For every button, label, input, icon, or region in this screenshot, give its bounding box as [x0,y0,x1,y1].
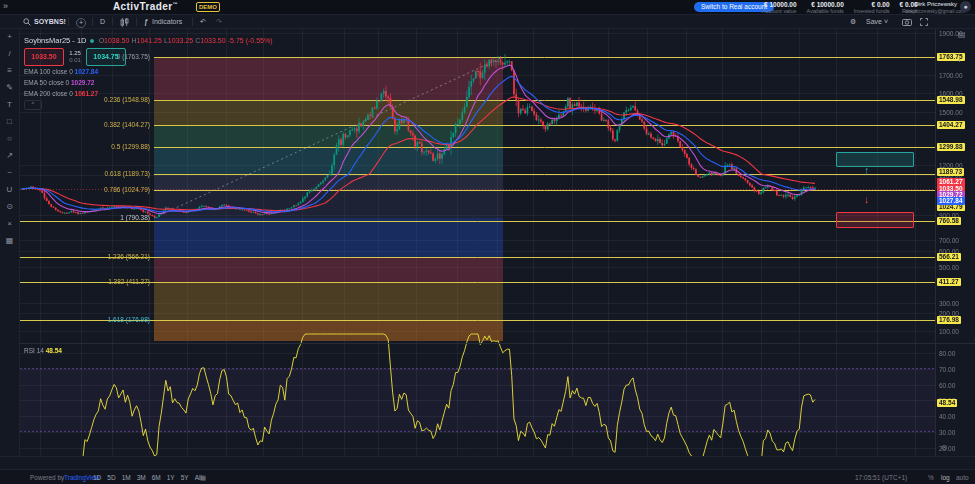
circle-tool-icon[interactable]: ○ [0,130,19,147]
rsi-settings-icon[interactable]: ⊙ [941,443,948,452]
indicator-row[interactable]: EMA 50 close 0 1029.72 [24,77,272,88]
drawing-toolbar: +/≡✎T□○↗~U⊙×▦ [0,28,20,456]
sell-button[interactable]: 1033.50 [24,48,64,66]
short-entry-box[interactable] [836,212,914,228]
market-open-dot [90,39,94,43]
settings-gear-icon[interactable]: ⚙ [850,16,856,27]
shapes-tool-icon[interactable]: □ [0,113,19,130]
time-axis[interactable]: MaySep2019MaySep2020MaySep2021MaySep2022… [0,456,975,470]
range-button-5d[interactable]: 5D [107,473,115,483]
indicators-fx-icon: ƒ [144,16,148,27]
magnet-tool-icon[interactable]: U [0,181,19,198]
range-button-1m[interactable]: 1M [122,473,131,483]
measure-tool-icon[interactable]: ⊙ [0,198,19,215]
avatar[interactable]: ● [960,1,971,12]
legend-collapse-button[interactable]: ^ [24,100,42,110]
buy-button[interactable]: 1034.75 [86,48,126,66]
symbol-search-field[interactable]: SOYBNS! [34,16,66,27]
indicator-value: 1029.72 [71,79,95,86]
price-tick: 1500.00 [939,109,963,116]
auto-scale-button[interactable]: auto [956,473,969,483]
text-tool-icon[interactable]: T [0,96,19,113]
stat-value: € 10000.00 [762,1,797,8]
fib-label: 0.5 (1299.88) [40,143,150,150]
save-button[interactable]: Save ˅ [866,16,888,27]
rsi-tick: 60.00 [939,382,955,389]
rsi-period: 14 [37,347,44,354]
price-line-tag: 176.98 [937,316,961,324]
price-line-tag: 1404.27 [937,121,965,129]
clock-label[interactable]: 17:05:51 (UTC+1) [855,473,907,483]
down-arrow-marker[interactable]: ↓ [864,194,870,205]
range-button-5y[interactable]: 5Y [181,473,189,483]
compare-add-icon[interactable]: + [76,18,86,28]
rsi-legend[interactable]: RSI 14 48.54 [24,347,62,354]
rsi-value: 48.54 [46,347,62,354]
timeframe-button[interactable]: D [100,16,105,27]
range-button-6m[interactable]: 6M [152,473,161,483]
account-stat: € 10000.00Account value [762,1,797,14]
trendline-tool-icon[interactable]: / [0,45,19,62]
arrow-tool-icon[interactable]: ↗ [0,147,19,164]
ohlc-change: -5.75 (-0.55%) [228,37,273,44]
indicator-row[interactable]: EMA 200 close 0 1061.27 [24,88,272,99]
price-tick: 1700.00 [939,72,963,79]
fullscreen-icon[interactable] [920,18,928,26]
stat-value: € 10000.00 [807,1,844,8]
indicator-legend: EMA 100 close 0 1027.84EMA 50 close 0 10… [24,66,272,99]
user-info[interactable]: Dirk Priczewsky dirkpriczewsky@gmail.com [905,1,957,14]
symbol-title-row[interactable]: SoybnsMar25 - 1D O1038.50 H1041.25 L1033… [24,36,272,45]
delete-tool-icon[interactable]: × [0,215,19,232]
bottom-toolbar: Powered by TradingView 1D5D1M3M6M1Y5YAll… [0,469,975,484]
chart-toolbar: SOYBNS! + D ƒ Indicators ↶ ↷ ⚙ Save ˅ [0,15,975,29]
indicators-button[interactable]: Indicators [152,16,182,27]
app-logo: ActivTrader™ [113,1,178,12]
chart-legend: SoybnsMar25 - 1D O1038.50 H1041.25 L1033… [24,36,272,110]
fib-tool-icon[interactable]: ≡ [0,62,19,79]
indicator-row[interactable]: EMA 100 close 0 1027.84 [24,66,272,77]
calendar-tool-icon[interactable]: ▦ [0,232,19,249]
symbol-title: SoybnsMar25 - 1D [24,36,87,45]
redo-icon[interactable]: ↷ [216,16,222,27]
fib-label: 1.236 (566.21) [40,253,150,260]
quick-trade-widget: 1033.50 1.25 0.01 1034.75 [24,48,272,66]
user-name: Dirk Priczewsky [905,1,957,8]
pip-value: 0.01 [64,57,86,64]
spread-value: 1.25 [64,50,86,57]
price-line-tag: 1189.73 [937,168,964,176]
wave-tool-icon[interactable]: ~ [0,164,19,181]
range-button-3m[interactable]: 3M [137,473,146,483]
menu-expand-icon[interactable]: » [3,1,8,11]
undo-icon[interactable]: ↶ [200,16,206,27]
spread-display: 1.25 0.01 [64,50,86,64]
rsi-value-tag: 48.54 [937,399,957,407]
range-button-1d[interactable]: 1D [93,473,101,483]
watchlist-panel-icon[interactable]: ▤ [958,30,966,39]
go-to-date-icon[interactable]: ▦ [200,473,206,483]
crosshair-tool-icon[interactable]: + [0,28,19,45]
collapse-panel-icon[interactable]: ‹ [958,56,961,65]
rsi-name: RSI [24,347,35,354]
search-icon[interactable] [23,18,31,26]
up-arrow-marker[interactable]: ↑ [864,165,870,176]
fib-label: 0.382 (1404.27) [40,121,150,128]
percent-scale-button[interactable]: % [928,473,934,483]
camera-icon[interactable] [902,18,912,26]
stat-label: Invested funds [854,8,890,14]
indicator-value: 1027.84 [75,68,99,75]
account-stats: € 10000.00Account value€ 10000.00Availab… [762,1,918,14]
log-scale-button[interactable]: log [941,473,950,483]
fib-label: 1.618 (176.98) [40,316,150,323]
price-tick: 300.00 [939,300,959,307]
indicator-value: 1061.27 [75,90,99,97]
account-stat: € 0.00Invested funds [854,1,890,14]
indicator-name: EMA 200 close 0 [24,90,75,97]
demo-badge: DEMO [196,2,220,12]
candle-style-icon[interactable] [120,18,129,27]
fib-label: 1 (790.38) [40,214,150,221]
range-button-1y[interactable]: 1Y [167,473,175,483]
price-line-tag: 1548.98 [937,96,965,104]
long-entry-box[interactable] [836,152,914,167]
fib-label: 1.382 (411.27) [40,278,150,285]
brush-tool-icon[interactable]: ✎ [0,79,19,96]
